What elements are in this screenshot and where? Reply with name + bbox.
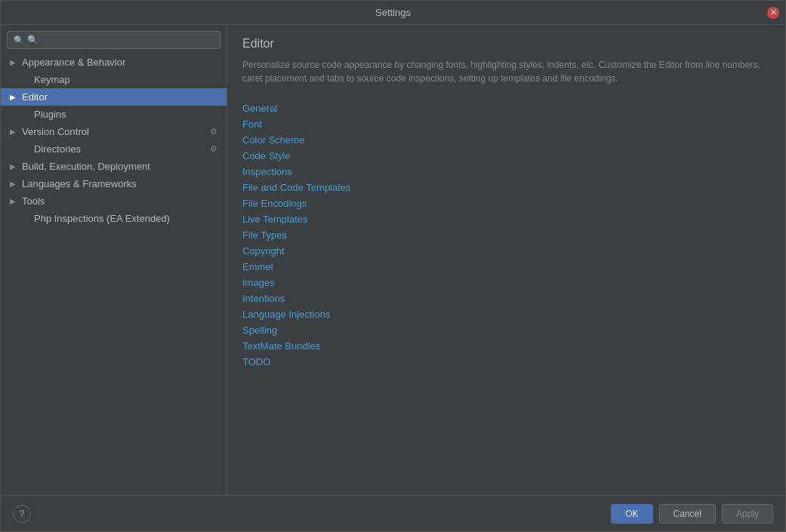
- arrow-icon: ▶: [10, 197, 19, 205]
- main-description: Personalize source code appearance by ch…: [242, 58, 770, 85]
- main-panel: Editor Personalize source code appearanc…: [227, 25, 785, 495]
- help-button[interactable]: ?: [13, 505, 31, 523]
- sidebar-item-tools[interactable]: ▶ Tools: [1, 192, 227, 210]
- sidebar-item-version-control[interactable]: ▶ Version Control ⚙: [1, 123, 227, 140]
- link-textmate-bundles[interactable]: TextMate Bundles: [242, 338, 770, 354]
- link-inspections[interactable]: Inspections: [242, 164, 770, 180]
- link-spelling[interactable]: Spelling: [242, 322, 770, 338]
- sidebar-item-label: Keymap: [34, 74, 70, 85]
- link-code-style[interactable]: Code Style: [242, 148, 770, 164]
- link-font[interactable]: Font: [242, 116, 770, 132]
- sidebar-item-label: Directories: [34, 143, 81, 155]
- sidebar-item-appearance[interactable]: ▶ Appearance & Behavior: [1, 54, 227, 71]
- link-general[interactable]: General: [242, 100, 770, 116]
- sidebar-item-build[interactable]: ▶ Build, Execution, Deployment: [1, 158, 227, 175]
- settings-icon: ⚙: [210, 127, 217, 137]
- sidebar-item-label: Appearance & Behavior: [22, 57, 125, 68]
- link-color-scheme[interactable]: Color Scheme: [242, 132, 770, 148]
- close-button[interactable]: ✕: [767, 7, 779, 19]
- search-input[interactable]: [27, 35, 214, 45]
- ok-button[interactable]: OK: [611, 504, 652, 524]
- arrow-icon: ▶: [10, 58, 19, 66]
- link-file-encodings[interactable]: File Encodings: [242, 195, 770, 211]
- sidebar-item-editor[interactable]: ▶ Editor: [1, 88, 227, 106]
- link-copyright[interactable]: Copyright: [242, 243, 770, 259]
- link-live-templates[interactable]: Live Templates: [242, 211, 770, 227]
- sidebar-item-label: Build, Execution, Deployment: [22, 161, 150, 172]
- arrow-icon: ▶: [10, 180, 19, 188]
- search-icon: 🔍: [14, 35, 24, 45]
- cancel-button[interactable]: Cancel: [659, 504, 716, 524]
- arrow-icon: ▶: [10, 93, 19, 101]
- sidebar-item-languages[interactable]: ▶ Languages & Frameworks: [1, 175, 227, 192]
- search-box: 🔍: [7, 31, 220, 49]
- sidebar-item-php-inspections[interactable]: Php Inspections (EA Extended): [1, 210, 227, 227]
- dialog-title: Settings: [375, 7, 411, 18]
- link-file-and-code-templates[interactable]: File and Code Templates: [242, 180, 770, 195]
- link-todo[interactable]: TODO: [242, 354, 770, 370]
- sidebar-item-label: Languages & Frameworks: [22, 178, 137, 189]
- settings-icon: ⚙: [210, 144, 217, 154]
- link-images[interactable]: Images: [242, 275, 770, 291]
- sidebar-item-label: Php Inspections (EA Extended): [34, 213, 170, 224]
- link-intentions[interactable]: Intentions: [242, 291, 770, 306]
- link-file-types[interactable]: File Types: [242, 227, 770, 243]
- settings-dialog: Settings ✕ 🔍 ▶ Appearance & Behavior Key…: [0, 0, 786, 532]
- arrow-icon: ▶: [10, 128, 19, 136]
- sidebar-item-plugins[interactable]: Plugins: [1, 106, 227, 123]
- arrow-icon: ▶: [10, 162, 19, 171]
- sidebar-item-label: Tools: [22, 195, 45, 207]
- apply-button[interactable]: Apply: [722, 504, 773, 524]
- title-bar: Settings ✕: [1, 1, 785, 25]
- sidebar-item-label: Plugins: [34, 109, 66, 120]
- main-title: Editor: [242, 37, 770, 51]
- bottom-bar: ? OK Cancel Apply: [1, 495, 785, 531]
- sidebar-item-label: Version Control: [22, 126, 89, 137]
- sidebar-item-label: Editor: [22, 91, 48, 103]
- sidebar-item-directories[interactable]: Directories ⚙: [1, 140, 227, 158]
- link-emmet[interactable]: Emmet: [242, 259, 770, 275]
- sidebar-item-keymap[interactable]: Keymap: [1, 71, 227, 88]
- sidebar: 🔍 ▶ Appearance & Behavior Keymap ▶ Edito…: [1, 25, 227, 495]
- link-language-injections[interactable]: Language Injections: [242, 306, 770, 322]
- content-area: 🔍 ▶ Appearance & Behavior Keymap ▶ Edito…: [1, 25, 785, 495]
